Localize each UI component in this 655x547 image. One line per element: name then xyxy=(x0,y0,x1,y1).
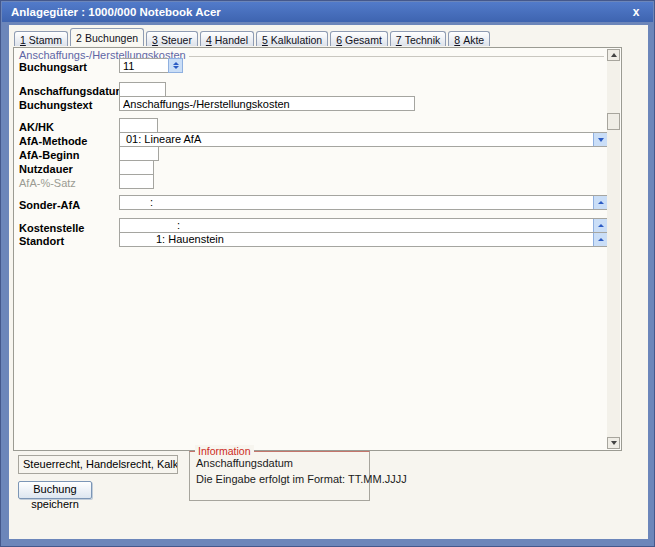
sonder-afa-label: Sonder-AfA xyxy=(19,199,80,211)
standort-spinner[interactable] xyxy=(593,233,607,246)
standort-value: 1: Hauenstein xyxy=(120,233,593,246)
tab-steuer[interactable]: 3Steuer xyxy=(146,31,198,46)
anschaffungsdatum-input[interactable] xyxy=(119,82,166,97)
afa-methode-dropdown[interactable]: 01: Lineare AfA xyxy=(119,132,608,147)
information-title: Information xyxy=(195,445,254,457)
afa-satz-label: AfA-%-Satz xyxy=(19,177,76,189)
spinner-up-icon xyxy=(598,238,604,241)
akhk-label: AK/HK xyxy=(19,121,54,133)
information-line-1: Anschaffungsdatum xyxy=(196,457,293,469)
close-button[interactable]: x xyxy=(629,2,643,22)
information-groupbox: Information Anschaffungsdatum Die Eingab… xyxy=(189,451,370,501)
buchungstext-input[interactable] xyxy=(119,96,415,111)
tab-bar: 1Stamm 2Buchungen 3Steuer 4Handel 5Kalku… xyxy=(14,28,492,46)
buchungstext-label: Buchungstext xyxy=(19,99,92,111)
save-booking-button[interactable]: Buchung speichern xyxy=(18,481,92,499)
tab-kalkulation[interactable]: 5Kalkulation xyxy=(256,31,328,46)
close-icon: x xyxy=(633,5,640,19)
app-window: Anlagegüter : 1000/000 Notebook Acer x 1… xyxy=(0,0,655,547)
sonder-afa-spinner[interactable] xyxy=(593,196,607,209)
buchungsart-label: Buchungsart xyxy=(19,61,87,73)
information-line-2: Die Eingabe erfolgt im Format: TT.MM.JJJ… xyxy=(196,473,407,485)
sonder-afa-combo[interactable]: : xyxy=(119,195,608,210)
nutzdauer-label: Nutzdauer xyxy=(19,163,73,175)
spinner-up-icon xyxy=(598,224,604,227)
spinner-up-icon xyxy=(173,62,179,65)
title-bar: Anlagegüter : 1000/000 Notebook Acer x xyxy=(2,2,653,22)
tab-stamm[interactable]: 1Stamm xyxy=(14,31,68,46)
tab-akte[interactable]: 8Akte xyxy=(448,31,490,46)
afa-methode-value: 01: Lineare AfA xyxy=(120,133,593,146)
scroll-up-button[interactable] xyxy=(607,49,620,61)
afa-beginn-input[interactable] xyxy=(119,146,159,161)
group-header-line xyxy=(189,56,604,57)
kostenstelle-combo[interactable]: : xyxy=(119,218,608,233)
afa-satz-input[interactable] xyxy=(119,174,154,189)
afa-methode-dropdown-button[interactable] xyxy=(593,133,607,146)
vertical-scrollbar[interactable] xyxy=(607,49,620,449)
afa-beginn-label: AfA-Beginn xyxy=(19,149,80,161)
buchungsart-input[interactable] xyxy=(119,58,168,73)
buchungsart-field xyxy=(119,58,183,73)
spinner-down-icon xyxy=(173,66,179,69)
kostenstelle-label: Kostenstelle xyxy=(19,222,84,234)
form-panel: Anschaffungs-/Herstellungskosten Buchung… xyxy=(13,47,622,451)
summary-box: Steuerrecht, Handelsrecht, Kalkulation xyxy=(18,455,178,474)
afa-methode-label: AfA-Methode xyxy=(19,135,87,147)
scroll-up-icon xyxy=(611,53,617,57)
kostenstelle-value: : xyxy=(120,219,593,232)
scroll-down-icon xyxy=(611,441,617,445)
scroll-down-button[interactable] xyxy=(607,437,620,449)
group-header: Anschaffungs-/Herstellungskosten xyxy=(19,49,604,61)
nutzdauer-input[interactable] xyxy=(119,160,154,175)
window-title: Anlagegüter : 1000/000 Notebook Acer xyxy=(11,6,221,18)
dropdown-arrow-icon xyxy=(598,138,604,142)
spinner-up-icon xyxy=(598,201,604,204)
akhk-input[interactable] xyxy=(119,118,158,133)
scrollbar-thumb[interactable] xyxy=(607,113,620,130)
tab-handel[interactable]: 4Handel xyxy=(200,31,254,46)
standort-label: Standort xyxy=(19,235,64,247)
tab-buchungen[interactable]: 2Buchungen xyxy=(70,28,144,46)
client-area: 1Stamm 2Buchungen 3Steuer 4Handel 5Kalku… xyxy=(9,25,648,539)
tab-gesamt[interactable]: 6Gesamt xyxy=(330,31,388,46)
anschaffungsdatum-label: Anschaffungsdatum xyxy=(19,85,125,97)
kostenstelle-spinner[interactable] xyxy=(593,219,607,232)
tab-technik[interactable]: 7Technik xyxy=(390,31,446,46)
buchungsart-spinner[interactable] xyxy=(168,58,183,73)
sonder-afa-value: : xyxy=(120,196,593,209)
standort-combo[interactable]: 1: Hauenstein xyxy=(119,232,608,247)
